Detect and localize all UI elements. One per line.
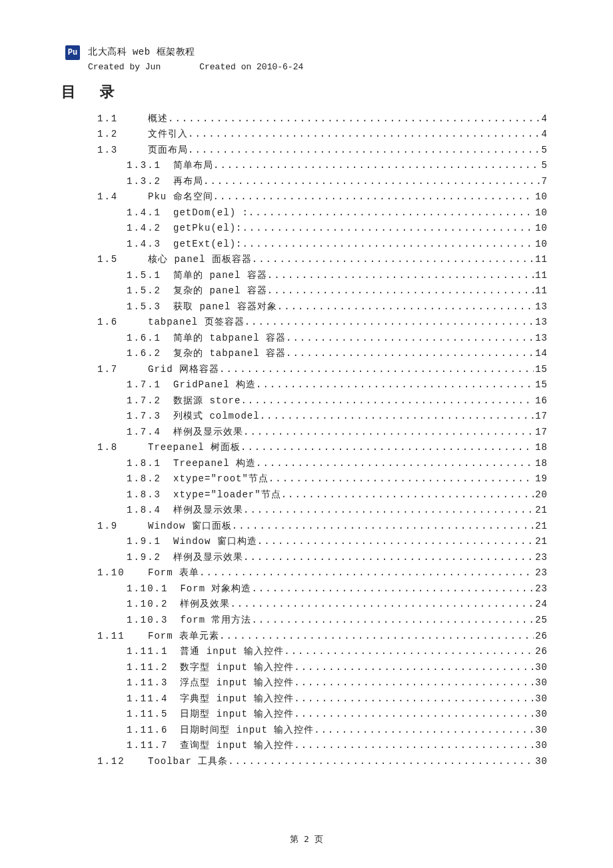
toc-leader-dots	[314, 723, 534, 739]
toc-leader-dots	[256, 377, 534, 393]
toc-entry[interactable]: 1.8Treepanel 树面板18	[65, 440, 548, 456]
toc-number: 1.11.7	[127, 738, 168, 754]
page-header: Pu 北大高科 web 框架教程 Created by Jun Created …	[65, 45, 548, 74]
toc-entry[interactable]: 1.1概述4	[65, 111, 548, 127]
toc-number: 1.6.2	[127, 346, 161, 362]
toc-label: Treepanel 树面板	[148, 440, 241, 456]
toc-entry[interactable]: 1.6.2复杂的 tabpanel 容器14	[65, 346, 548, 362]
toc-entry[interactable]: 1.2文件引入4	[65, 127, 548, 143]
toc-entry[interactable]: 1.8.1Treepanel 构造18	[65, 456, 548, 472]
toc-entry[interactable]: 1.11.1普通 input 输入控件26	[65, 644, 548, 660]
toc-leader-dots	[256, 456, 534, 472]
toc-label: Pku 命名空间	[148, 189, 213, 205]
toc-entry[interactable]: 1.11Form 表单元素26	[65, 629, 548, 645]
toc-page: 30	[534, 691, 548, 707]
toc-entry[interactable]: 1.8.2xtype="root"节点19	[65, 471, 548, 487]
toc-label: xtype="root"节点	[173, 471, 269, 487]
toc-leader-dots	[281, 487, 534, 503]
toc-leader-dots	[284, 644, 534, 660]
toc-leader-dots	[294, 675, 534, 691]
toc-leader-dots	[203, 174, 540, 190]
toc-page: 4	[540, 127, 548, 143]
toc-leader-dots	[294, 707, 534, 723]
toc-entry[interactable]: 1.12Toolbar 工具条30	[65, 754, 548, 770]
toc-page: 20	[534, 487, 548, 503]
page-number: 第 2 页	[0, 833, 613, 845]
toc-entry[interactable]: 1.11.5日期型 input 输入控件30	[65, 707, 548, 723]
toc-number: 1.3.2	[127, 174, 161, 190]
created-on: Created on 2010-6-24	[199, 61, 303, 74]
toc-number: 1.8.1	[127, 456, 161, 472]
toc-page: 30	[534, 738, 548, 754]
toc-label: 列模式 colmodel	[173, 409, 260, 425]
toc-label: 字典型 input 输入控件	[180, 691, 294, 707]
toc-leader-dots	[267, 283, 534, 299]
toc-entry[interactable]: 1.9.1Window 窗口构造21	[65, 534, 548, 550]
toc-page: 19	[534, 471, 548, 487]
toc-entry[interactable]: 1.7.1GridPanel 构造15	[65, 377, 548, 393]
toc-entry[interactable]: 1.11.4字典型 input 输入控件30	[65, 691, 548, 707]
toc-number: 1.4.2	[127, 221, 161, 237]
toc-label: Form 表单元素	[148, 629, 219, 645]
toc-entry[interactable]: 1.3.1简单布局5	[65, 158, 548, 174]
toc-page: 7	[540, 174, 548, 190]
toc-number: 1.8.2	[127, 471, 161, 487]
toc-entry[interactable]: 1.4.3getExt(el):10	[65, 237, 548, 253]
toc-entry[interactable]: 1.6.1简单的 tabpanel 容器13	[65, 331, 548, 347]
toc-entry[interactable]: 1.5.3获取 panel 容器对象13	[65, 299, 548, 315]
toc-entry[interactable]: 1.7.3列模式 colmodel17	[65, 409, 548, 425]
toc-entry[interactable]: 1.8.4样例及显示效果21	[65, 503, 548, 519]
toc-entry[interactable]: 1.11.7查询型 input 输入控件30	[65, 738, 548, 754]
toc-number: 1.10	[97, 565, 136, 581]
toc-entry[interactable]: 1.5.2复杂的 panel 容器11	[65, 283, 548, 299]
toc-entry[interactable]: 1.10.1Form 对象构造23	[65, 581, 548, 597]
toc-entry[interactable]: 1.11.6日期时间型 input 输入控件30	[65, 723, 548, 739]
toc-label: 复杂的 panel 容器	[173, 283, 267, 299]
toc-entry[interactable]: 1.4.1getDom(el) :10	[65, 205, 548, 221]
toc-entry[interactable]: 1.6tabpanel 页签容器13	[65, 315, 548, 331]
toc-entry[interactable]: 1.4.2getPku(el):10	[65, 221, 548, 237]
toc-page: 18	[534, 440, 548, 456]
toc-entry[interactable]: 1.7.4样例及显示效果17	[65, 425, 548, 441]
toc-entry[interactable]: 1.8.3xtype="loader"节点20	[65, 487, 548, 503]
toc-label: getExt(el):	[173, 237, 242, 253]
logo-icon: Pu	[65, 45, 80, 60]
toc-page: 10	[534, 237, 548, 253]
toc-number: 1.11.5	[127, 707, 168, 723]
toc-leader-dots	[286, 331, 534, 347]
toc-entry[interactable]: 1.5核心 panel 面板容器11	[65, 252, 548, 268]
toc-number: 1.7.4	[127, 425, 161, 441]
toc-page: 26	[534, 644, 548, 660]
toc-label: 简单的 panel 容器	[173, 268, 267, 284]
toc-leader-dots	[245, 315, 534, 331]
toc-leader-dots	[168, 111, 540, 127]
toc-number: 1.1	[97, 111, 136, 127]
toc-label: 简单的 tabpanel 容器	[173, 331, 286, 347]
toc-entry[interactable]: 1.4Pku 命名空间10	[65, 189, 548, 205]
toc-label: xtype="loader"节点	[173, 487, 281, 503]
toc-entry[interactable]: 1.7Grid 网格容器15	[65, 362, 548, 378]
toc-label: 概述	[148, 111, 168, 127]
toc-number: 1.7.2	[127, 393, 161, 409]
toc-page: 15	[534, 377, 548, 393]
toc-entry[interactable]: 1.10Form 表单23	[65, 565, 548, 581]
toc-entry[interactable]: 1.11.2数字型 input 输入控件30	[65, 660, 548, 676]
toc-leader-dots	[243, 550, 534, 566]
toc-leader-dots	[199, 565, 534, 581]
toc-leader-dots	[228, 754, 534, 770]
toc-entry[interactable]: 1.5.1简单的 panel 容器11	[65, 268, 548, 284]
toc-entry[interactable]: 1.9Window 窗口面板21	[65, 519, 548, 535]
toc-label: Window 窗口构造	[173, 534, 257, 550]
toc-entry[interactable]: 1.11.3浮点型 input 输入控件30	[65, 675, 548, 691]
toc-leader-dots	[260, 409, 534, 425]
toc-entry[interactable]: 1.3页面布局5	[65, 143, 548, 159]
toc-entry[interactable]: 1.10.3form 常用方法25	[65, 613, 548, 629]
toc-label: 普通 input 输入控件	[180, 644, 284, 660]
toc-entry[interactable]: 1.10.2样例及效果24	[65, 597, 548, 613]
toc-entry[interactable]: 1.9.2样例及显示效果23	[65, 550, 548, 566]
toc-entry[interactable]: 1.3.2再布局7	[65, 174, 548, 190]
toc-number: 1.6	[97, 315, 136, 331]
toc-page: 17	[534, 409, 548, 425]
toc-entry[interactable]: 1.7.2数据源 store16	[65, 393, 548, 409]
toc-leader-dots	[242, 237, 534, 253]
